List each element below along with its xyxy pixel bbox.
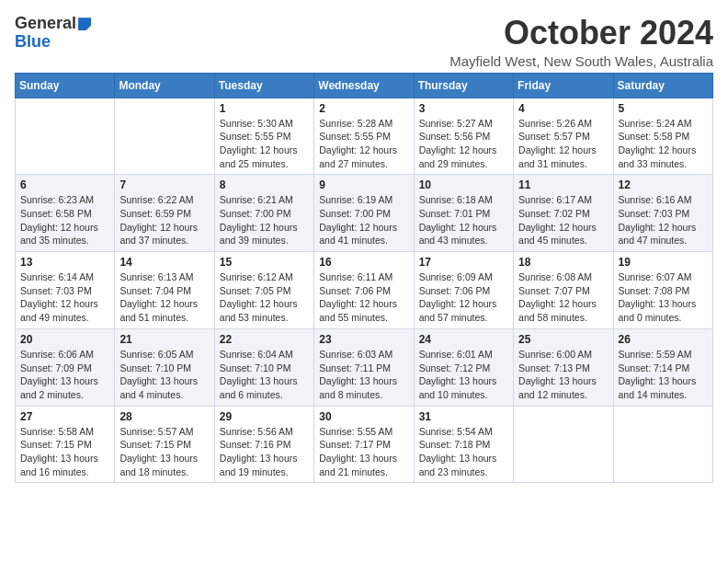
logo-icon [78, 17, 91, 30]
day-number: 4 [518, 102, 608, 115]
calendar-cell: 3Sunrise: 5:27 AMSunset: 5:56 PMDaylight… [414, 98, 513, 175]
day-number: 9 [319, 178, 408, 191]
day-info: Sunrise: 5:57 AMSunset: 7:15 PMDaylight:… [119, 425, 209, 479]
day-number: 10 [419, 178, 508, 191]
day-number: 20 [20, 333, 109, 346]
title-block: October 2024 Mayfield West, New South Wa… [449, 15, 713, 69]
day-info: Sunrise: 6:16 AMSunset: 7:03 PMDaylight:… [619, 193, 708, 247]
calendar-cell: 14Sunrise: 6:13 AMSunset: 7:04 PMDayligh… [115, 252, 214, 329]
day-info: Sunrise: 6:17 AMSunset: 7:02 PMDaylight:… [518, 193, 608, 247]
day-info: Sunrise: 6:11 AMSunset: 7:06 PMDaylight:… [319, 270, 408, 325]
day-info: Sunrise: 6:06 AMSunset: 7:09 PMDaylight:… [20, 348, 109, 402]
day-info: Sunrise: 6:18 AMSunset: 7:01 PMDaylight:… [419, 193, 508, 247]
day-info: Sunrise: 5:58 AMSunset: 7:15 PMDaylight:… [20, 425, 109, 479]
day-info: Sunrise: 6:13 AMSunset: 7:04 PMDaylight:… [119, 270, 209, 325]
calendar-cell: 5Sunrise: 5:24 AMSunset: 5:58 PMDaylight… [613, 98, 712, 175]
calendar-cell: 6Sunrise: 6:23 AMSunset: 6:58 PMDaylight… [16, 175, 115, 252]
day-info: Sunrise: 5:28 AMSunset: 5:55 PMDaylight:… [319, 117, 408, 171]
calendar-cell [115, 98, 214, 175]
day-info: Sunrise: 6:03 AMSunset: 7:11 PMDaylight:… [319, 348, 408, 402]
calendar-cell: 13Sunrise: 6:14 AMSunset: 7:03 PMDayligh… [16, 252, 115, 329]
calendar-cell: 25Sunrise: 6:00 AMSunset: 7:13 PMDayligh… [514, 328, 613, 406]
calendar-cell [16, 98, 115, 175]
day-number: 13 [20, 256, 109, 269]
calendar-week-row: 20Sunrise: 6:06 AMSunset: 7:09 PMDayligh… [16, 328, 713, 406]
calendar-cell: 31Sunrise: 5:54 AMSunset: 7:18 PMDayligh… [414, 406, 513, 483]
day-info: Sunrise: 6:00 AMSunset: 7:13 PMDaylight:… [518, 348, 608, 402]
page-header: General Blue October 2024 Mayfield West,… [15, 15, 713, 69]
day-info: Sunrise: 5:56 AMSunset: 7:16 PMDaylight:… [220, 425, 309, 479]
day-number: 29 [220, 410, 309, 423]
calendar-cell: 1Sunrise: 5:30 AMSunset: 5:55 PMDaylight… [214, 98, 313, 175]
calendar-dow-sunday: Sunday [16, 73, 115, 98]
day-number: 16 [319, 256, 408, 269]
calendar-cell: 10Sunrise: 6:18 AMSunset: 7:01 PMDayligh… [414, 175, 513, 252]
day-info: Sunrise: 5:30 AMSunset: 5:55 PMDaylight:… [220, 117, 309, 171]
day-info: Sunrise: 5:24 AMSunset: 5:58 PMDaylight:… [619, 117, 708, 171]
day-info: Sunrise: 6:23 AMSunset: 6:58 PMDaylight:… [20, 193, 109, 247]
day-number: 19 [619, 256, 708, 269]
calendar-cell: 23Sunrise: 6:03 AMSunset: 7:11 PMDayligh… [314, 328, 414, 406]
calendar-cell: 22Sunrise: 6:04 AMSunset: 7:10 PMDayligh… [214, 328, 313, 406]
day-number: 17 [419, 256, 508, 269]
day-number: 31 [419, 410, 508, 423]
day-number: 22 [220, 333, 309, 346]
calendar-cell: 2Sunrise: 5:28 AMSunset: 5:55 PMDaylight… [314, 98, 414, 175]
day-number: 21 [119, 333, 209, 346]
calendar-dow-saturday: Saturday [613, 73, 712, 98]
calendar-dow-friday: Friday [514, 73, 613, 98]
calendar-cell: 7Sunrise: 6:22 AMSunset: 6:59 PMDaylight… [115, 175, 214, 252]
calendar-dow-wednesday: Wednesday [314, 73, 414, 98]
day-info: Sunrise: 6:22 AMSunset: 6:59 PMDaylight:… [119, 193, 209, 247]
calendar-cell: 26Sunrise: 5:59 AMSunset: 7:14 PMDayligh… [613, 328, 712, 406]
calendar-cell: 24Sunrise: 6:01 AMSunset: 7:12 PMDayligh… [414, 328, 513, 406]
day-number: 27 [20, 410, 109, 423]
day-info: Sunrise: 5:55 AMSunset: 7:17 PMDaylight:… [319, 425, 408, 479]
calendar-cell: 17Sunrise: 6:09 AMSunset: 7:06 PMDayligh… [414, 252, 513, 329]
calendar-dow-tuesday: Tuesday [214, 73, 313, 98]
calendar-week-row: 6Sunrise: 6:23 AMSunset: 6:58 PMDaylight… [16, 175, 713, 252]
day-info: Sunrise: 5:54 AMSunset: 7:18 PMDaylight:… [419, 425, 508, 479]
calendar-cell: 15Sunrise: 6:12 AMSunset: 7:05 PMDayligh… [214, 252, 313, 329]
day-info: Sunrise: 6:21 AMSunset: 7:00 PMDaylight:… [220, 193, 309, 247]
day-number: 14 [119, 256, 209, 269]
calendar-cell: 18Sunrise: 6:08 AMSunset: 7:07 PMDayligh… [514, 252, 613, 329]
logo-blue-text: Blue [15, 33, 91, 52]
calendar-header-row: SundayMondayTuesdayWednesdayThursdayFrid… [16, 73, 713, 98]
day-number: 28 [119, 410, 209, 423]
calendar-week-row: 1Sunrise: 5:30 AMSunset: 5:55 PMDaylight… [16, 98, 713, 175]
day-info: Sunrise: 6:19 AMSunset: 7:00 PMDaylight:… [319, 193, 408, 247]
calendar-week-row: 27Sunrise: 5:58 AMSunset: 7:15 PMDayligh… [16, 406, 713, 483]
day-info: Sunrise: 6:08 AMSunset: 7:07 PMDaylight:… [518, 270, 608, 325]
month-title: October 2024 [449, 15, 713, 52]
day-number: 8 [220, 178, 309, 191]
calendar-cell: 16Sunrise: 6:11 AMSunset: 7:06 PMDayligh… [314, 252, 414, 329]
day-number: 1 [220, 102, 309, 115]
day-info: Sunrise: 6:12 AMSunset: 7:05 PMDaylight:… [220, 270, 309, 325]
day-number: 3 [419, 102, 508, 115]
calendar-cell [613, 406, 712, 483]
day-info: Sunrise: 5:59 AMSunset: 7:14 PMDaylight:… [619, 348, 708, 402]
calendar-dow-monday: Monday [115, 73, 214, 98]
day-number: 2 [319, 102, 408, 115]
logo-general-text: General [15, 14, 76, 32]
calendar-cell: 20Sunrise: 6:06 AMSunset: 7:09 PMDayligh… [16, 328, 115, 406]
day-info: Sunrise: 6:14 AMSunset: 7:03 PMDaylight:… [20, 270, 109, 325]
calendar-week-row: 13Sunrise: 6:14 AMSunset: 7:03 PMDayligh… [16, 252, 713, 329]
calendar-cell: 8Sunrise: 6:21 AMSunset: 7:00 PMDaylight… [214, 175, 313, 252]
day-info: Sunrise: 6:07 AMSunset: 7:08 PMDaylight:… [619, 270, 708, 325]
day-number: 24 [419, 333, 508, 346]
calendar-cell: 27Sunrise: 5:58 AMSunset: 7:15 PMDayligh… [16, 406, 115, 483]
day-number: 12 [619, 178, 708, 191]
calendar-cell: 9Sunrise: 6:19 AMSunset: 7:00 PMDaylight… [314, 175, 414, 252]
logo: General Blue [15, 15, 91, 52]
day-info: Sunrise: 5:27 AMSunset: 5:56 PMDaylight:… [419, 117, 508, 171]
day-info: Sunrise: 5:26 AMSunset: 5:57 PMDaylight:… [518, 117, 608, 171]
calendar-cell: 12Sunrise: 6:16 AMSunset: 7:03 PMDayligh… [613, 175, 712, 252]
calendar-table: SundayMondayTuesdayWednesdayThursdayFrid… [15, 73, 713, 484]
location-title: Mayfield West, New South Wales, Australi… [449, 53, 713, 69]
day-info: Sunrise: 6:09 AMSunset: 7:06 PMDaylight:… [419, 270, 508, 325]
day-number: 25 [518, 333, 608, 346]
calendar-cell: 19Sunrise: 6:07 AMSunset: 7:08 PMDayligh… [613, 252, 712, 329]
day-info: Sunrise: 6:04 AMSunset: 7:10 PMDaylight:… [220, 348, 309, 402]
